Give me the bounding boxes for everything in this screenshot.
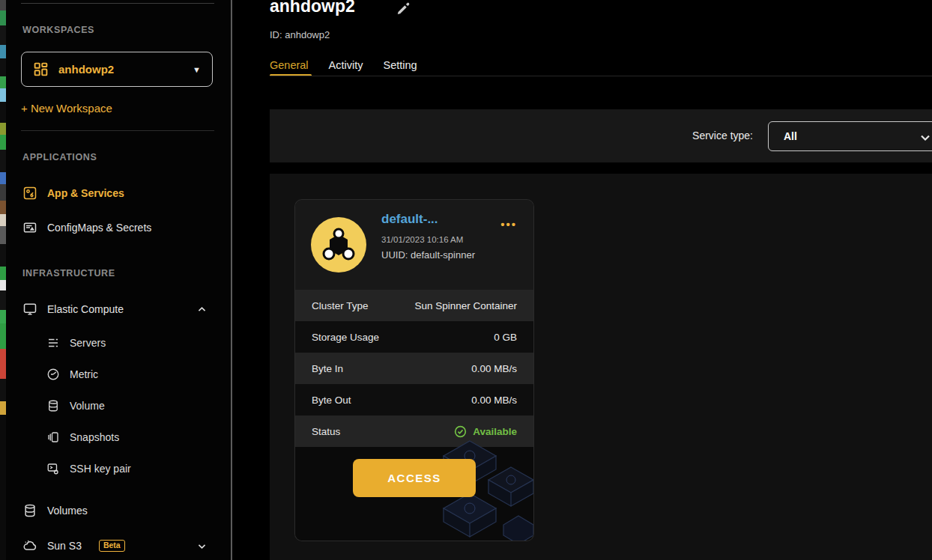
caret-down-icon: ▼ — [193, 65, 201, 74]
sidebar-item-sun-s3[interactable]: Sun S3 Beta — [22, 537, 216, 555]
app-window: WORKSPACES anhdowp2 ▼ + New Workspace AP… — [0, 0, 932, 560]
sidebar-item-label: Elastic Compute — [47, 303, 124, 315]
sidebar-item-metric[interactable]: Metric — [46, 365, 216, 383]
more-menu-button[interactable]: ••• — [500, 218, 517, 231]
sidebar-item-label: Sun S3 — [47, 540, 82, 552]
services-panel: default-... 31/01/2023 10:16 AM UUID: de… — [270, 174, 932, 560]
configmaps-icon — [22, 220, 37, 235]
row-value: 0 GB — [494, 332, 517, 343]
tab-general[interactable]: General — [270, 59, 309, 71]
access-button[interactable]: ACCESS — [353, 459, 476, 497]
left-strip — [0, 0, 6, 560]
sidebar-item-volumes[interactable]: Volumes — [22, 502, 216, 520]
sidebar-item-ssh-key-pair[interactable]: SSH key pair — [46, 460, 216, 478]
sidebar-item-label: SSH key pair — [70, 463, 131, 475]
table-row: Cluster Type Sun Spinner Container — [295, 290, 533, 321]
cloud-icon — [22, 538, 37, 553]
sidebar-item-snapshots[interactable]: Snapshots — [46, 428, 216, 446]
row-label: Storage Usage — [312, 332, 379, 343]
workspace-grid-icon — [33, 61, 49, 77]
sidebar-top-divider — [21, 3, 214, 4]
table-row: Byte Out 0.00 MB/s — [295, 384, 533, 416]
sidebar-item-label: ConfigMaps & Secrets — [47, 222, 151, 234]
tab-activity[interactable]: Activity — [329, 59, 363, 71]
sidebar-item-label: Snapshots — [70, 431, 119, 443]
sidebar-item-label: Metric — [70, 368, 98, 380]
edit-icon[interactable] — [396, 1, 411, 16]
monitor-icon — [22, 302, 37, 317]
workspace-selector[interactable]: anhdowp2 ▼ — [21, 52, 213, 87]
tab-bar: General Activity Setting — [270, 59, 417, 71]
row-label: Byte Out — [312, 395, 351, 406]
card-footer: ACCESS — [295, 447, 533, 541]
new-workspace-button[interactable]: + New Workspace — [21, 102, 112, 115]
service-uuid: UUID: default-spinner — [381, 249, 475, 261]
database-icon — [22, 503, 37, 518]
sidebar-item-configmaps[interactable]: ConfigMaps & Secrets — [22, 219, 216, 237]
metric-icon — [46, 368, 60, 381]
workspace-name: anhdowp2 — [58, 63, 114, 76]
table-row: Byte In 0.00 MB/s — [295, 353, 533, 384]
sidebar-item-label: Servers — [70, 337, 106, 349]
service-created-date: 31/01/2023 10:16 AM — [381, 235, 463, 244]
applications-header: APPLICATIONS — [22, 152, 97, 162]
apps-icon — [22, 186, 37, 201]
service-type-select[interactable]: All — [768, 121, 932, 151]
service-type-label: Service type: — [592, 130, 753, 141]
sidebar-item-elastic-compute[interactable]: Elastic Compute — [22, 300, 216, 318]
sidebar: WORKSPACES anhdowp2 ▼ + New Workspace AP… — [6, 0, 232, 560]
servers-icon — [46, 336, 60, 350]
beta-badge: Beta — [99, 540, 125, 552]
chevron-up-icon — [197, 305, 207, 314]
workspace-id-label: ID: anhdowp2 — [270, 29, 330, 40]
row-value: Sun Spinner Container — [414, 300, 517, 311]
card-header: default-... 31/01/2023 10:16 AM UUID: de… — [295, 200, 533, 290]
sidebar-item-label: Volumes — [47, 505, 88, 517]
service-type-value: All — [784, 130, 797, 142]
page-title: anhdowp2 — [270, 0, 355, 16]
workspaces-header: WORKSPACES — [22, 25, 94, 35]
main-content: anhdowp2 ID: anhdowp2 General Activity S… — [234, 0, 932, 560]
spinner-logo-icon — [310, 216, 367, 273]
sidebar-item-app-services[interactable]: App & Services — [22, 184, 216, 202]
sidebar-item-volume[interactable]: Volume — [46, 397, 216, 415]
row-value: 0.00 MB/s — [471, 363, 517, 374]
sidebar-item-label: Volume — [70, 400, 105, 412]
chevron-down-icon — [919, 132, 931, 144]
row-label: Status — [312, 426, 340, 437]
filter-bar: Service type: All — [270, 109, 932, 162]
table-row: Storage Usage 0 GB — [295, 321, 533, 353]
service-name-link[interactable]: default-... — [381, 212, 438, 227]
chevron-down-icon — [197, 541, 207, 551]
sidebar-divider — [21, 130, 214, 131]
sidebar-item-label: App & Services — [47, 187, 124, 199]
row-label: Cluster Type — [312, 300, 369, 311]
volume-icon — [46, 399, 60, 413]
service-card: default-... 31/01/2023 10:16 AM UUID: de… — [294, 199, 534, 541]
snapshots-icon — [46, 430, 60, 444]
infrastructure-header: INFRASTRUCTURE — [22, 268, 115, 279]
tab-setting[interactable]: Setting — [384, 59, 417, 71]
ssh-key-icon — [46, 462, 60, 475]
row-value: 0.00 MB/s — [471, 395, 517, 406]
row-label: Byte In — [312, 363, 343, 374]
sidebar-item-servers[interactable]: Servers — [46, 334, 216, 352]
tab-bar-border — [270, 76, 932, 76]
